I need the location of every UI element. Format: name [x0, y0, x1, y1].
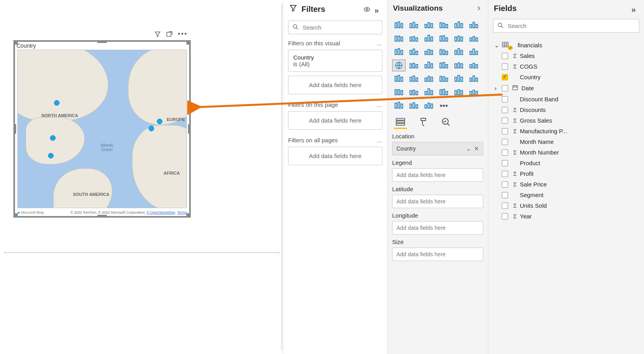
- viz-gauge[interactable]: [452, 60, 465, 71]
- viz-waterfall[interactable]: [392, 46, 406, 58]
- field-row[interactable]: ΣYear: [499, 211, 642, 222]
- viz-clustered-column[interactable]: [452, 19, 465, 31]
- resize-handle[interactable]: [186, 213, 190, 217]
- field-row[interactable]: ΣSales: [499, 50, 642, 61]
- viz-stacked-column[interactable]: [437, 19, 450, 31]
- viz-stacked-column-100[interactable]: [467, 19, 480, 31]
- section-more-icon[interactable]: …: [376, 101, 382, 108]
- field-row[interactable]: ΣDiscounts: [499, 104, 642, 115]
- fields-tab[interactable]: [394, 116, 407, 129]
- section-more-icon[interactable]: …: [376, 40, 382, 47]
- osm-link[interactable]: © OpenStreetMap: [147, 211, 175, 214]
- viz-pie[interactable]: [437, 46, 450, 58]
- viz-filled-map[interactable]: [407, 60, 421, 71]
- well-legend[interactable]: Add data fields here: [392, 168, 483, 182]
- field-checkbox[interactable]: [502, 149, 508, 156]
- field-checkbox[interactable]: [502, 63, 508, 70]
- map-bubble[interactable]: [149, 126, 154, 131]
- well-longitude[interactable]: Add data fields here: [392, 221, 483, 235]
- viz-paginated[interactable]: [467, 86, 480, 98]
- filters-search-input[interactable]: [288, 20, 382, 34]
- field-checkbox[interactable]: [502, 85, 508, 91]
- field-row[interactable]: ΣManufacturing P...: [499, 126, 642, 136]
- field-checkbox[interactable]: [502, 96, 508, 102]
- viz-stacked-bar[interactable]: [392, 19, 406, 31]
- map-visual[interactable]: ••• Country NORTH AMERICA SOUTH AMERICA …: [13, 40, 191, 218]
- well-latitude[interactable]: Add data fields here: [392, 195, 483, 208]
- viz-multi-card[interactable]: [392, 73, 406, 85]
- viz-py[interactable]: [392, 86, 406, 98]
- viz-shape-map[interactable]: [422, 60, 436, 71]
- viz-narrative[interactable]: [452, 86, 465, 98]
- well-size[interactable]: Add data fields here: [392, 248, 483, 261]
- field-checkbox[interactable]: [502, 117, 508, 124]
- field-row[interactable]: Product: [499, 158, 642, 168]
- terms-link[interactable]: Terms: [177, 211, 187, 214]
- viz-clustered-bar[interactable]: [407, 19, 421, 31]
- section-more-icon[interactable]: …: [376, 137, 382, 143]
- focus-mode-icon[interactable]: [166, 31, 173, 38]
- field-row[interactable]: ΣMonth Number: [499, 147, 642, 158]
- fields-search-input[interactable]: [493, 19, 639, 33]
- viz-stacked-bar-100[interactable]: [422, 19, 436, 31]
- map-bubble[interactable]: [157, 119, 162, 124]
- map-bubble[interactable]: [48, 153, 54, 158]
- viz-kpi[interactable]: [407, 73, 421, 85]
- viz-treemap[interactable]: [467, 46, 480, 58]
- viz-scatter[interactable]: [422, 46, 436, 58]
- field-checkbox[interactable]: [502, 203, 508, 209]
- viz-funnel[interactable]: [407, 46, 421, 58]
- field-row[interactable]: Segment: [499, 190, 642, 200]
- filters-search[interactable]: [288, 20, 382, 34]
- viz-ribbon[interactable]: [467, 33, 480, 45]
- chevron-down-icon[interactable]: ⌄: [466, 145, 471, 152]
- viz-power-automate[interactable]: [407, 100, 421, 112]
- filter-drop-all[interactable]: Add data fields here: [288, 147, 382, 165]
- viz-area[interactable]: [407, 33, 421, 45]
- map-bubble[interactable]: [50, 135, 56, 141]
- field-checkbox[interactable]: [502, 107, 508, 113]
- field-row[interactable]: Discount Band: [499, 94, 642, 104]
- viz-matrix[interactable]: [452, 73, 465, 85]
- field-row[interactable]: Country: [499, 72, 642, 82]
- resize-handle[interactable]: [188, 124, 190, 134]
- viz-map[interactable]: [392, 60, 406, 71]
- viz-card[interactable]: [467, 60, 480, 71]
- field-checkbox[interactable]: [502, 53, 508, 59]
- format-tab[interactable]: [417, 116, 430, 129]
- viz-decomposition[interactable]: [422, 86, 436, 98]
- viz-table[interactable]: [437, 73, 450, 85]
- viz-stacked-area[interactable]: [422, 33, 436, 45]
- more-options-icon[interactable]: •••: [178, 30, 188, 38]
- viz-score[interactable]: [422, 100, 436, 112]
- fields-search[interactable]: [493, 19, 639, 33]
- viz-line-clustered[interactable]: [437, 33, 450, 45]
- chevron-right-icon[interactable]: ›: [495, 85, 500, 91]
- field-checkbox[interactable]: [502, 213, 508, 220]
- viz-more[interactable]: •••: [437, 100, 450, 112]
- map-surface[interactable]: NORTH AMERICA SOUTH AMERICA EUROPE AFRIC…: [17, 50, 187, 208]
- report-canvas[interactable]: ••• Country NORTH AMERICA SOUTH AMERICA …: [0, 0, 283, 354]
- collapse-icon[interactable]: »: [374, 6, 382, 13]
- field-checkbox[interactable]: [502, 139, 508, 145]
- map-bubble[interactable]: [54, 100, 60, 106]
- table-row-financials[interactable]: ⌄ ✓ financials: [490, 40, 642, 50]
- field-row[interactable]: ΣGross Sales: [499, 115, 642, 126]
- viz-donut[interactable]: [452, 46, 465, 58]
- filter-icon[interactable]: [154, 31, 161, 38]
- remove-icon[interactable]: ✕: [474, 145, 479, 152]
- viz-r[interactable]: [467, 73, 480, 85]
- collapse-icon[interactable]: »: [631, 5, 638, 12]
- field-checkbox[interactable]: [502, 74, 508, 80]
- viz-azure-map[interactable]: [437, 60, 450, 71]
- filter-card-country[interactable]: Country is (All): [288, 50, 382, 72]
- viz-line-stacked[interactable]: [452, 33, 465, 45]
- analytics-tab[interactable]: [439, 116, 453, 129]
- field-row[interactable]: Month Name: [499, 136, 642, 147]
- resize-handle[interactable]: [186, 41, 190, 45]
- field-row[interactable]: ΣProfit: [499, 168, 642, 179]
- field-checkbox[interactable]: [502, 171, 508, 177]
- field-checkbox[interactable]: [502, 181, 508, 188]
- resize-handle[interactable]: [97, 41, 107, 43]
- filter-drop-page[interactable]: Add data fields here: [288, 111, 382, 130]
